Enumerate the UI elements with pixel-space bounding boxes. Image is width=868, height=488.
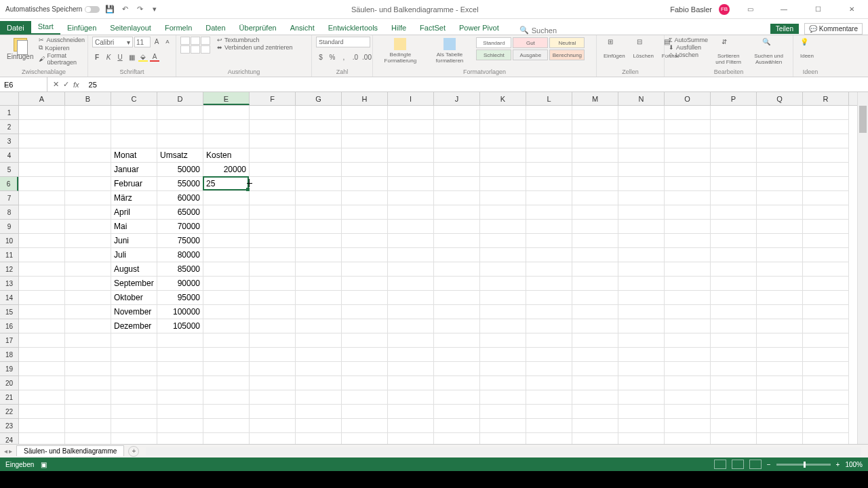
cell-G6[interactable] [296, 177, 342, 191]
cell-M21[interactable] [572, 390, 618, 405]
cell-B23[interactable] [65, 419, 111, 433]
cell-R19[interactable] [803, 362, 849, 376]
cell-N7[interactable] [618, 191, 665, 205]
confirm-edit-icon[interactable]: ✓ [63, 80, 69, 89]
cell-H2[interactable] [342, 120, 388, 134]
cell-B13[interactable] [65, 277, 111, 291]
cell-K20[interactable] [480, 376, 526, 390]
cell-B14[interactable] [65, 291, 111, 305]
cell-Q19[interactable] [757, 362, 803, 376]
cut-button[interactable]: ✂Ausschneiden [39, 37, 85, 43]
cell-B1[interactable] [65, 106, 111, 120]
cell-P20[interactable] [711, 376, 757, 390]
cell-N21[interactable] [618, 390, 665, 405]
cell-O24[interactable] [665, 433, 711, 444]
row-header-12[interactable]: 12 [0, 262, 18, 277]
cell-R10[interactable] [803, 234, 849, 248]
cell-N23[interactable] [618, 419, 665, 433]
cell-P14[interactable] [711, 291, 757, 305]
cell-C10[interactable]: Juni [111, 234, 157, 248]
cell-A19[interactable] [19, 362, 65, 376]
cell-M6[interactable] [572, 177, 618, 191]
cell-E10[interactable] [203, 234, 250, 248]
cell-H23[interactable] [342, 419, 388, 433]
cell-J8[interactable] [434, 205, 480, 220]
cell-A9[interactable] [19, 220, 65, 234]
cell-C24[interactable] [111, 433, 157, 444]
cell-O16[interactable] [665, 319, 711, 333]
cell-D16[interactable]: 105000 [157, 319, 203, 333]
cell-E13[interactable] [203, 277, 250, 291]
cell-I9[interactable] [388, 220, 434, 234]
cell-H19[interactable] [342, 362, 388, 376]
cell-O10[interactable] [665, 234, 711, 248]
cell-L19[interactable] [526, 362, 572, 376]
cell-J15[interactable] [434, 305, 480, 319]
cell-G2[interactable] [296, 120, 342, 134]
cell-F17[interactable] [250, 333, 296, 348]
tab-developer[interactable]: Entwicklertools [321, 21, 384, 35]
cell-C12[interactable]: August [111, 262, 157, 277]
cell-M19[interactable] [572, 362, 618, 376]
cell-H8[interactable] [342, 205, 388, 220]
cell-Q14[interactable] [757, 291, 803, 305]
cell-N18[interactable] [618, 348, 665, 362]
decrease-font-icon[interactable]: A [163, 37, 172, 46]
undo-icon[interactable]: ↶ [120, 5, 130, 14]
cell-K8[interactable] [480, 205, 526, 220]
format-as-table-button[interactable]: Als Tabelle formatieren [427, 37, 473, 65]
cell-N14[interactable] [618, 291, 665, 305]
cell-N6[interactable] [618, 177, 665, 191]
cell-R16[interactable] [803, 319, 849, 333]
cell-D17[interactable] [157, 333, 203, 348]
ribbon-options-icon[interactable]: ▭ [736, 0, 764, 19]
col-header-P[interactable]: P [711, 92, 757, 105]
cell-O13[interactable] [665, 277, 711, 291]
macro-record-icon[interactable]: ▣ [41, 461, 47, 468]
cell-K24[interactable] [480, 433, 526, 444]
cell-A2[interactable] [19, 120, 65, 134]
cell-E5[interactable]: 20000 [203, 163, 250, 177]
row-header-14[interactable]: 14 [0, 291, 18, 305]
cell-R3[interactable] [803, 134, 849, 148]
row-headers[interactable]: 1234567891011121314151617181920212223242… [0, 106, 19, 444]
formula-input[interactable] [89, 81, 864, 89]
cell-J6[interactable] [434, 177, 480, 191]
cell-J17[interactable] [434, 333, 480, 348]
cell-P5[interactable] [711, 163, 757, 177]
cell-A8[interactable] [19, 205, 65, 220]
row-header-24[interactable]: 24 [0, 433, 18, 444]
cell-E14[interactable] [203, 291, 250, 305]
autosum-button[interactable]: ΣAutoSumme [669, 37, 708, 43]
cell-D20[interactable] [157, 376, 203, 390]
cell-D6[interactable]: 55000 [157, 177, 203, 191]
cell-D4[interactable]: Umsatz [157, 148, 203, 163]
cell-Q15[interactable] [757, 305, 803, 319]
cell-J7[interactable] [434, 191, 480, 205]
col-header-R[interactable]: R [803, 92, 849, 105]
cell-E12[interactable] [203, 262, 250, 277]
cell-F13[interactable] [250, 277, 296, 291]
cell-N22[interactable] [618, 405, 665, 419]
cell-L3[interactable] [526, 134, 572, 148]
save-icon[interactable]: 💾 [105, 5, 115, 14]
view-page-layout-icon[interactable] [732, 460, 744, 469]
cell-M17[interactable] [572, 333, 618, 348]
row-header-9[interactable]: 9 [0, 220, 18, 234]
cell-K13[interactable] [480, 277, 526, 291]
cell-F10[interactable] [250, 234, 296, 248]
cell-L2[interactable] [526, 120, 572, 134]
cell-Q18[interactable] [757, 348, 803, 362]
row-header-21[interactable]: 21 [0, 390, 18, 405]
cell-P3[interactable] [711, 134, 757, 148]
cell-E24[interactable] [203, 433, 250, 444]
row-header-23[interactable]: 23 [0, 419, 18, 433]
cell-N12[interactable] [618, 262, 665, 277]
cancel-edit-icon[interactable]: ✕ [53, 80, 59, 89]
row-header-10[interactable]: 10 [0, 234, 18, 248]
cell-J2[interactable] [434, 120, 480, 134]
cell-K4[interactable] [480, 148, 526, 163]
cell-M16[interactable] [572, 319, 618, 333]
cell-C3[interactable] [111, 134, 157, 148]
cell-J10[interactable] [434, 234, 480, 248]
